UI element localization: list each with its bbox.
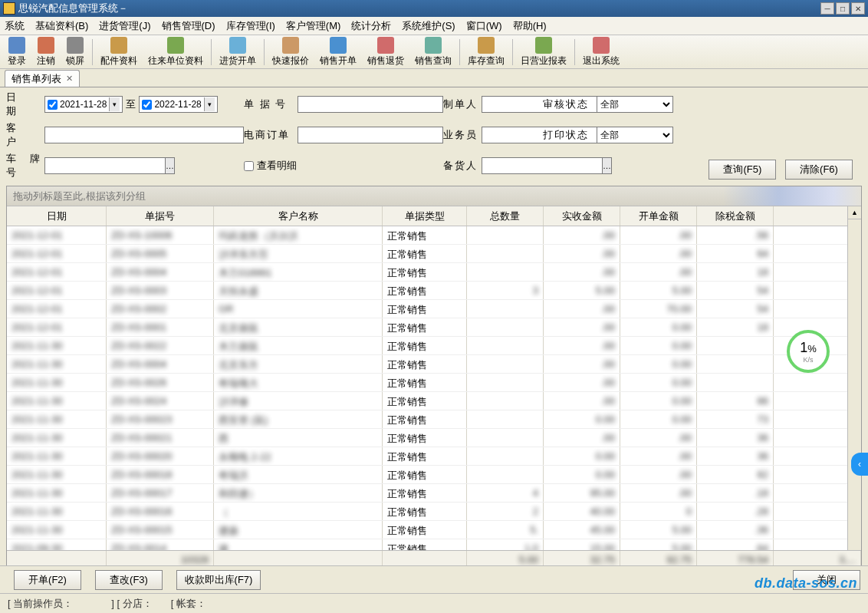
table-row[interactable]: 2021-12-01ZD-XS-10006玛莉龙胜（沃尔沃正常销售.00.00.…: [7, 226, 861, 245]
edit-button[interactable]: 查改(F3): [95, 570, 163, 590]
table-row[interactable]: 2021-12-01ZD-XS-0004木兰018991正常销售.00.0018: [7, 263, 861, 282]
menu-item[interactable]: 销售管理(D): [162, 19, 215, 33]
toolbar-button[interactable]: 配件资料: [96, 35, 142, 69]
col-header[interactable]: 单据类型: [383, 206, 467, 226]
date-to[interactable]: 2022-11-28▾: [139, 96, 217, 113]
col-header[interactable]: 总数量: [467, 206, 544, 226]
stock-lookup-button[interactable]: …: [603, 157, 612, 174]
detail-check[interactable]: [244, 161, 254, 171]
col-header[interactable]: 实收金额: [544, 206, 620, 226]
plate-lookup-button[interactable]: …: [166, 157, 175, 174]
menu-item[interactable]: 库存管理(I): [226, 19, 275, 33]
title-bar: 思锐汽配信息管理系统－ ─ □ ✕: [0, 0, 868, 17]
cust-input[interactable]: [44, 127, 244, 143]
cell: 36: [697, 429, 774, 447]
out-button[interactable]: 收款即出库(F7): [176, 570, 261, 590]
date-to-check[interactable]: [142, 100, 152, 110]
toolbar-button[interactable]: 进货开单: [215, 35, 261, 69]
table-row[interactable]: 2021-11-30ZD-XS-0004北京东方正常销售.000.00: [7, 355, 861, 374]
toolbar-label: 销售查询: [415, 54, 452, 68]
docno-input[interactable]: [298, 96, 443, 113]
table-row[interactable]: 2021-11-30ZD-XS-0024沙洋修正常销售.000.0086: [7, 392, 861, 410]
cell: ZD-XS-0022: [107, 337, 214, 354]
cell: 永顺电 2-22: [214, 447, 383, 465]
query-button[interactable]: 查询(F5): [709, 160, 776, 180]
close-window-button[interactable]: ✕: [851, 2, 865, 15]
toolbar-button[interactable]: 库存查询: [463, 35, 509, 69]
table-row[interactable]: 2021-09-30ZD-XS-0014捷正常销售1.015.005.00.64: [7, 539, 861, 550]
print-select[interactable]: 全部: [597, 127, 673, 143]
cell: 0.00: [620, 392, 697, 410]
table-row[interactable]: 2021-11-30ZD-XS-00017和田捷）正常销售495.00.00.1…: [7, 484, 861, 503]
col-header[interactable]: 日期: [7, 206, 107, 226]
plate-input[interactable]: [44, 157, 166, 174]
table-row[interactable]: 2021-12-01ZD-XS-0003天恒永盛正常销售35.005.0054: [7, 282, 861, 300]
cell: 18: [697, 263, 774, 281]
cell: ZD-XS-00020: [107, 447, 214, 465]
v-scrollbar[interactable]: ▲: [847, 206, 861, 550]
menu-item[interactable]: 基础资料(B): [35, 19, 88, 33]
table-row[interactable]: 2021-11-30ZD-XS-00023西安资 (鼠)正常销售0.000.00…: [7, 410, 861, 429]
menu-item[interactable]: 窗口(W): [466, 19, 502, 33]
scroll-up-icon[interactable]: ▲: [848, 206, 861, 219]
table-row[interactable]: 2021-11-30ZD-XS-0022木兰袋鼠正常销售.000.00: [7, 337, 861, 355]
toolbar-button[interactable]: 销售退货: [363, 35, 409, 69]
menu-item[interactable]: 客户管理(M): [286, 19, 341, 33]
side-handle[interactable]: ‹: [851, 453, 868, 476]
toolbar-button[interactable]: 快速报价: [268, 35, 314, 69]
chevron-down-icon[interactable]: ▾: [109, 97, 120, 111]
menu-item[interactable]: 帮助(H): [513, 19, 547, 33]
menu-item[interactable]: 统计分析: [351, 19, 391, 33]
menu-item[interactable]: 进货管理(J): [99, 19, 150, 33]
cell: ZD-XS-0014: [107, 539, 214, 550]
table-row[interactable]: 2021-11-30ZD-XS-00020永顺电 2-22正常销售0.00.00…: [7, 447, 861, 466]
audit-select[interactable]: 全部: [597, 96, 673, 113]
cell: 北京袋鼠: [214, 318, 383, 336]
cell: 2021-12-01: [7, 226, 107, 244]
toolbar-label: 锁屏: [66, 54, 84, 68]
stock-input[interactable]: [482, 157, 603, 174]
table-row[interactable]: 2021-11-30ZD-XS-00021西正常销售.00.0036: [7, 429, 861, 447]
cell: 5.00: [620, 282, 697, 299]
table-row[interactable]: 2021-11-30ZD-XS-00015捷扬正常销售5.45.005.00.3…: [7, 521, 861, 539]
toolbar-button[interactable]: 销售查询: [410, 35, 456, 69]
col-header[interactable]: 单据号: [107, 206, 214, 226]
chevron-down-icon[interactable]: ▾: [204, 97, 215, 111]
table-row[interactable]: 2021-11-30ZD-XS-0026奇瑞颂大正常销售.000.00: [7, 374, 861, 392]
toolbar-button[interactable]: 登录: [3, 35, 31, 69]
eorder-input[interactable]: [298, 127, 443, 143]
toolbar-button[interactable]: 注销: [32, 35, 60, 69]
cell: 正常销售: [383, 374, 467, 391]
tab-close-icon[interactable]: ✕: [66, 74, 73, 84]
table-row[interactable]: 2021-11-30ZD-XS-00018奇瑞沃正常销售0.00.0082: [7, 466, 861, 484]
grid-body[interactable]: 2021-12-01ZD-XS-10006玛莉龙胜（沃尔沃正常销售.00.00.…: [7, 226, 861, 550]
open-button[interactable]: 开单(F2): [14, 570, 81, 590]
col-header[interactable]: 除税金额: [697, 206, 774, 226]
maximize-button[interactable]: □: [836, 2, 850, 15]
table-row[interactable]: 2021-11-30ZD-XS-00016（正常销售240.000.28: [7, 503, 861, 521]
toolbar-separator: [459, 39, 460, 65]
menu-item[interactable]: 系统: [5, 19, 25, 33]
cell: .00: [620, 466, 697, 483]
tab-sales-list[interactable]: 销售单列表 ✕: [5, 70, 80, 87]
toolbar-button[interactable]: 退出系统: [578, 35, 624, 69]
minimize-button[interactable]: ─: [820, 2, 834, 15]
toolbar-button[interactable]: 日营业报表: [516, 35, 571, 69]
cell: 95.00: [544, 484, 620, 502]
table-row[interactable]: 2021-12-01ZD-XS-0005沙洋东方百正常销售.00.0064: [7, 245, 861, 263]
cell: 正常销售: [383, 392, 467, 410]
toolbar-button[interactable]: 销售开单: [315, 35, 361, 69]
toolbar-icon: [110, 37, 127, 54]
clear-button[interactable]: 清除(F6): [785, 160, 853, 180]
table-row[interactable]: 2021-12-01ZD-XS-0001北京袋鼠正常销售.000.0018: [7, 318, 861, 337]
table-row[interactable]: 2021-12-01ZD-XS-0002GR正常销售.0070.0054: [7, 300, 861, 318]
col-header[interactable]: 客户名称: [214, 206, 383, 226]
menu-item[interactable]: 系统维护(S): [402, 19, 455, 33]
col-header[interactable]: 开单金额: [620, 206, 697, 226]
date-from-check[interactable]: [48, 100, 58, 110]
cell: 2021-11-30: [7, 447, 107, 465]
date-from[interactable]: 2021-11-28▾: [44, 96, 123, 113]
toolbar-button[interactable]: 往来单位资料: [143, 35, 208, 69]
toolbar-button[interactable]: 锁屏: [61, 35, 89, 69]
cell: 和田捷）: [214, 484, 383, 502]
